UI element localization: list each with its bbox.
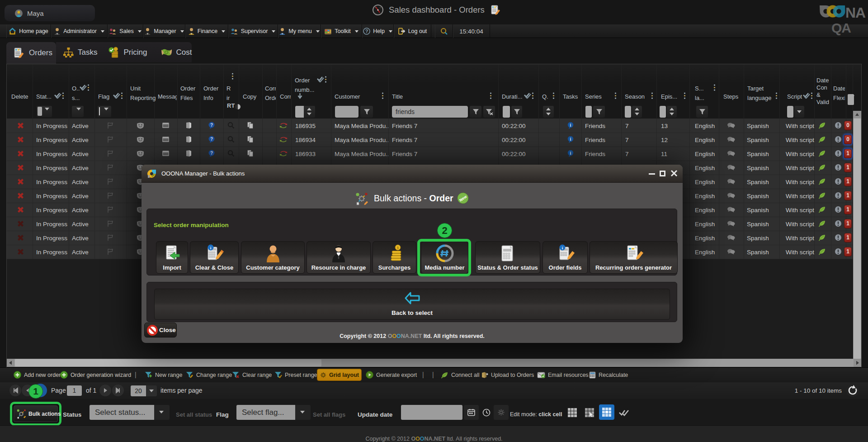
svg-text:i: i — [570, 123, 571, 128]
svg-text:i: i — [570, 137, 571, 142]
svg-text:x: x — [380, 6, 381, 9]
svg-text:?: ? — [365, 29, 368, 34]
svg-text:?: ? — [210, 151, 213, 156]
svg-text:QA: QA — [831, 20, 851, 35]
svg-text:?: ? — [210, 123, 213, 128]
svg-text:?: ? — [210, 137, 213, 142]
svg-text:NA: NA — [845, 5, 866, 21]
svg-text:$: $ — [397, 246, 399, 250]
svg-text:i: i — [570, 151, 571, 156]
